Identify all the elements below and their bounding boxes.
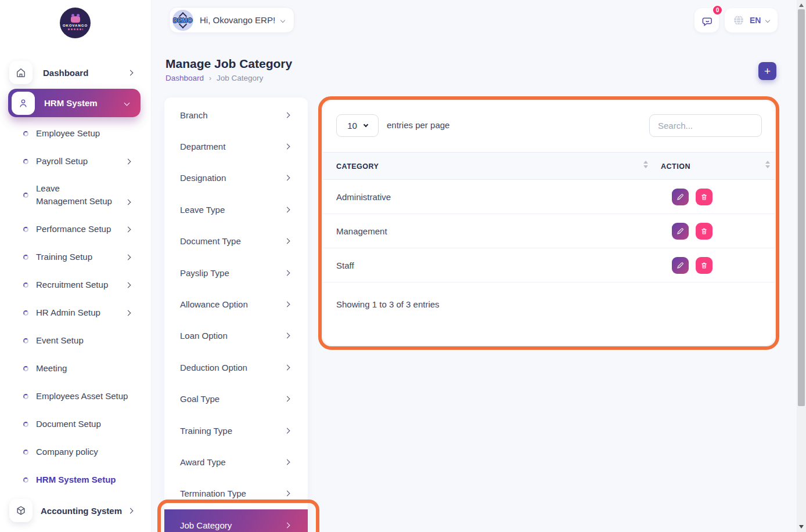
bullet-icon bbox=[23, 227, 28, 232]
chat-count-badge: 0 bbox=[712, 5, 723, 16]
settings-item-payslip-type[interactable]: Payslip Type bbox=[164, 257, 308, 288]
sidebar-item-accounting-system[interactable]: Accounting System bbox=[9, 497, 143, 524]
pencil-icon bbox=[677, 193, 684, 201]
entries-per-page-select[interactable]: 10 bbox=[336, 114, 379, 137]
cube-icon bbox=[9, 499, 33, 522]
scrollbar-thumb[interactable] bbox=[798, 9, 805, 406]
sidebar-item-employee-setup[interactable]: Employee Setup bbox=[9, 120, 143, 147]
globe-icon bbox=[733, 15, 744, 26]
category-cell: Administrative bbox=[336, 180, 391, 214]
table-controls: 10 entries per page bbox=[323, 101, 775, 152]
settings-item-training-type[interactable]: Training Type bbox=[164, 415, 308, 446]
settings-item-termination-type[interactable]: Termination Type bbox=[164, 478, 308, 509]
user-menu[interactable]: DEMO Hi, Okovango ERP! bbox=[169, 7, 294, 33]
add-category-button[interactable]: + bbox=[758, 62, 776, 80]
sidebar-item-hrm-system-setup[interactable]: HRM System Setup bbox=[9, 466, 143, 494]
sidebar-item-training-setup[interactable]: Training Setup bbox=[9, 243, 143, 271]
sidebar-item-hr-admin-setup[interactable]: HR Admin Setup bbox=[9, 299, 143, 327]
settings-item-branch[interactable]: Branch bbox=[164, 99, 308, 131]
delete-button[interactable] bbox=[696, 223, 713, 240]
language-selector[interactable]: EN bbox=[725, 8, 778, 32]
sort-icon[interactable] bbox=[765, 161, 770, 168]
pencil-icon bbox=[677, 262, 684, 269]
sidebar-item-label: Meeting bbox=[36, 362, 67, 375]
chevron-right-icon bbox=[285, 207, 290, 212]
chevron-right-icon bbox=[285, 144, 290, 150]
settings-item-label: Award Type bbox=[180, 457, 226, 467]
chevron-right-icon bbox=[125, 200, 131, 205]
delete-button[interactable] bbox=[696, 257, 713, 274]
table-row: Management bbox=[323, 214, 775, 248]
sidebar-item-recruitment-setup[interactable]: Recruitment Setup bbox=[9, 271, 143, 299]
chat-bubble-icon bbox=[701, 15, 713, 27]
sidebar-item-label: Accounting System bbox=[41, 506, 122, 516]
sidebar-item-meeting[interactable]: Meeting bbox=[9, 354, 143, 382]
settings-item-deduction-option[interactable]: Deduction Option bbox=[164, 352, 308, 383]
sidebar-item-label: Employees Asset Setup bbox=[36, 390, 128, 403]
hippo-mascot-icon bbox=[71, 16, 80, 23]
table-row: Administrative bbox=[323, 180, 775, 214]
delete-button[interactable] bbox=[696, 189, 713, 205]
trash-icon bbox=[700, 262, 708, 269]
settings-item-loan-option[interactable]: Loan Option bbox=[164, 320, 308, 352]
breadcrumb-separator: › bbox=[209, 74, 211, 82]
logo-brand-text: OKOVANGO bbox=[63, 24, 88, 27]
settings-item-label: Designation bbox=[180, 173, 226, 183]
scroll-down-arrow-icon[interactable] bbox=[799, 525, 804, 529]
chevron-right-icon bbox=[285, 396, 290, 402]
sidebar-item-company-policy[interactable]: Company policy bbox=[9, 438, 143, 466]
settings-item-allowance-option[interactable]: Allowance Option bbox=[164, 288, 308, 320]
chevron-down-icon bbox=[364, 122, 368, 127]
sidebar-item-label: Training Setup bbox=[36, 251, 92, 263]
sidebar-item-leave-management-setup[interactable]: Leave Management Setup bbox=[9, 178, 143, 212]
sidebar-item-dashboard[interactable]: Dashboard bbox=[9, 59, 143, 86]
chat-button[interactable]: 0 bbox=[695, 8, 719, 32]
sidebar-item-payroll-setup[interactable]: Payroll Setup bbox=[9, 147, 143, 175]
settings-item-goal-type[interactable]: Goal Type bbox=[164, 383, 308, 415]
sidebar-item-label: Recruitment Setup bbox=[36, 278, 108, 291]
trash-icon bbox=[700, 193, 708, 201]
settings-item-document-type[interactable]: Document Type bbox=[164, 226, 308, 257]
app-logo[interactable]: OKOVANGO bbox=[60, 8, 91, 38]
sidebar-item-employees-asset-setup[interactable]: Employees Asset Setup bbox=[9, 382, 143, 410]
settings-item-job-category[interactable]: Job Category bbox=[164, 509, 308, 532]
sidebar-item-label: Event Setup bbox=[36, 334, 84, 347]
breadcrumb-dashboard-link[interactable]: Dashboard bbox=[165, 74, 204, 82]
edit-button[interactable] bbox=[672, 223, 689, 240]
entries-per-page-label: entries per page bbox=[387, 120, 449, 130]
job-category-table-card: 10 entries per page CATEGORY ACTION Admi… bbox=[323, 101, 775, 345]
column-header-category[interactable]: CATEGORY bbox=[336, 153, 379, 180]
pencil-icon bbox=[677, 227, 684, 235]
search-input[interactable] bbox=[649, 114, 762, 137]
vertical-scrollbar[interactable] bbox=[797, 0, 806, 532]
table-header: CATEGORY ACTION bbox=[323, 152, 775, 180]
settings-item-designation[interactable]: Designation bbox=[164, 162, 308, 194]
greeting-text: Hi, Okovango ERP! bbox=[200, 15, 275, 25]
column-header-action[interactable]: ACTION bbox=[661, 153, 690, 180]
bullet-icon bbox=[23, 310, 28, 316]
sidebar-item-label: HRM System Setup bbox=[36, 473, 116, 486]
edit-button[interactable] bbox=[672, 257, 689, 274]
sidebar-item-label: Dashboard bbox=[43, 68, 88, 78]
sidebar-item-performance-setup[interactable]: Performance Setup bbox=[9, 215, 143, 243]
sidebar-item-label: Company policy bbox=[36, 446, 98, 458]
settings-item-label: Termination Type bbox=[180, 488, 246, 498]
settings-item-leave-type[interactable]: Leave Type bbox=[164, 194, 308, 225]
sort-icon[interactable] bbox=[643, 161, 648, 168]
settings-item-award-type[interactable]: Award Type bbox=[164, 446, 308, 477]
chevron-right-icon bbox=[128, 70, 134, 75]
avatar: DEMO bbox=[172, 10, 193, 31]
bullet-icon bbox=[23, 159, 28, 164]
chevron-right-icon bbox=[285, 270, 290, 276]
scroll-up-arrow-icon[interactable] bbox=[799, 3, 804, 7]
chevron-right-icon bbox=[285, 175, 290, 181]
bullet-icon bbox=[23, 338, 28, 343]
settings-item-department[interactable]: Department bbox=[164, 131, 308, 162]
edit-button[interactable] bbox=[672, 189, 689, 205]
settings-item-label: Job Category bbox=[180, 520, 232, 530]
sidebar-item-hrm-system[interactable]: HRM System bbox=[8, 89, 141, 117]
sidebar-item-document-setup[interactable]: Document Setup bbox=[9, 410, 143, 438]
sidebar-item-label: Performance Setup bbox=[36, 223, 111, 236]
sidebar-item-label: Document Setup bbox=[36, 418, 101, 430]
sidebar-item-event-setup[interactable]: Event Setup bbox=[9, 327, 143, 354]
